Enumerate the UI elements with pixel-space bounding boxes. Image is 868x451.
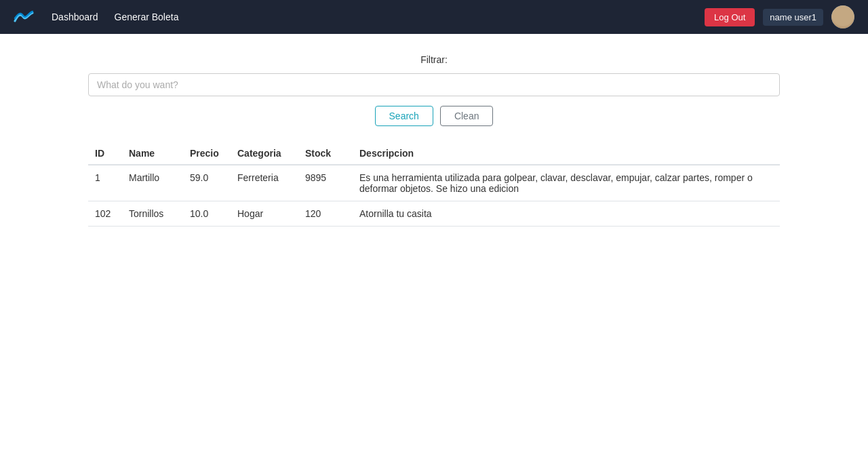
col-header-precio: Precio (183, 142, 231, 165)
avatar-image (831, 5, 854, 28)
main-content: Filtrar: Search Clean ID Name Precio Cat… (0, 34, 868, 240)
cell-categoria: Ferreteria (231, 165, 298, 201)
navbar-right: Log Out name user1 (705, 5, 854, 28)
col-header-stock: Stock (298, 142, 353, 165)
col-header-id: ID (88, 142, 122, 165)
clean-button[interactable]: Clean (440, 106, 494, 126)
logout-button[interactable]: Log Out (705, 8, 755, 26)
username-label: name user1 (763, 9, 823, 26)
cell-stock: 120 (298, 201, 353, 227)
cell-categoria: Hogar (231, 201, 298, 227)
dashboard-link[interactable]: Dashboard (52, 12, 98, 22)
filter-label: Filtrar: (88, 54, 780, 65)
search-input[interactable] (88, 73, 780, 96)
products-table: ID Name Precio Categoria Stock Descripci… (88, 142, 780, 227)
cell-name: Martillo (122, 165, 183, 201)
col-header-categoria: Categoria (231, 142, 298, 165)
col-header-descripcion: Descripcion (353, 142, 780, 165)
cell-id: 102 (88, 201, 122, 227)
button-row: Search Clean (88, 106, 780, 126)
cell-id: 1 (88, 165, 122, 201)
cell-precio: 59.0 (183, 165, 231, 201)
avatar (831, 5, 854, 28)
cell-descripcion: Atornilla tu casita (353, 201, 780, 227)
search-button[interactable]: Search (375, 106, 433, 126)
navbar: Dashboard Generar Boleta Log Out name us… (0, 0, 868, 34)
cell-stock: 9895 (298, 165, 353, 201)
col-header-name: Name (122, 142, 183, 165)
app-logo (14, 9, 35, 25)
table-body: 1 Martillo 59.0 Ferreteria 9895 Es una h… (88, 165, 780, 227)
table-row: 1 Martillo 59.0 Ferreteria 9895 Es una h… (88, 165, 780, 201)
cell-name: Tornillos (122, 201, 183, 227)
navbar-left: Dashboard Generar Boleta (14, 9, 178, 25)
header-row: ID Name Precio Categoria Stock Descripci… (88, 142, 780, 165)
cell-descripcion: Es una herramienta utilizada para golpea… (353, 165, 780, 201)
cell-precio: 10.0 (183, 201, 231, 227)
table-header: ID Name Precio Categoria Stock Descripci… (88, 142, 780, 165)
table-row: 102 Tornillos 10.0 Hogar 120 Atornilla t… (88, 201, 780, 227)
generar-boleta-link[interactable]: Generar Boleta (115, 12, 179, 22)
